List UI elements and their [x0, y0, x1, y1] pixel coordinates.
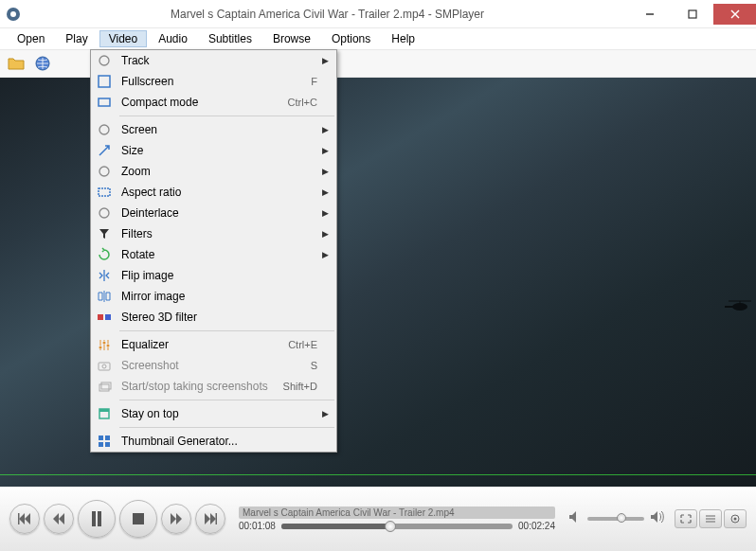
menu-item-deinterlace[interactable]: Deinterlace▶ [91, 203, 336, 223]
menu-open[interactable]: Open [8, 30, 54, 47]
menu-item-thumbnail-generator[interactable]: Thumbnail Generator... [91, 431, 336, 452]
filters-icon [95, 226, 114, 241]
volume-mute-icon[interactable] [568, 510, 582, 527]
forward-button[interactable] [161, 504, 191, 534]
svg-rect-33 [18, 513, 20, 524]
submenu-arrow-icon: ▶ [322, 167, 329, 176]
seek-handle[interactable] [385, 521, 396, 532]
svg-rect-36 [133, 513, 144, 524]
current-time: 00:01:08 [239, 521, 276, 531]
svg-rect-3 [689, 10, 696, 18]
svg-rect-12 [99, 76, 110, 87]
menubar: OpenPlayVideoAudioSubtitlesBrowseOptions… [0, 28, 756, 49]
maximize-button[interactable] [671, 4, 713, 25]
menu-item-label: Deinterlace [121, 206, 331, 220]
flip-icon [95, 268, 114, 283]
window-title: Marvel s Captain America Civil War - Tra… [27, 8, 628, 21]
screenshot-icon [95, 358, 114, 373]
menu-item-screenshot: ScreenshotS [91, 355, 336, 376]
menu-item-screen[interactable]: Screen▶ [91, 119, 336, 140]
menu-separator [119, 427, 334, 428]
menu-item-flip-image[interactable]: Flip image [91, 265, 336, 286]
deinterlace-icon [95, 205, 114, 221]
submenu-arrow-icon: ▶ [322, 409, 329, 418]
menu-separator [119, 400, 334, 400]
menu-item-size[interactable]: Size▶ [91, 140, 336, 161]
menu-item-label: Filters [121, 227, 331, 240]
previous-button[interactable] [9, 504, 40, 534]
svg-rect-18 [98, 314, 103, 320]
video-menu-dropdown: Track▶FullscreenFCompact modeCtrl+CScree… [90, 49, 337, 453]
pause-button[interactable] [78, 500, 116, 538]
menu-item-track[interactable]: Track▶ [91, 50, 336, 71]
menu-item-label: Size [121, 144, 331, 157]
menu-item-label: Aspect ratio [121, 186, 331, 199]
next-button[interactable] [195, 504, 225, 534]
menu-subtitles[interactable]: Subtitles [199, 30, 261, 47]
menu-options[interactable]: Options [322, 30, 380, 47]
volume-slider[interactable] [587, 517, 644, 521]
menu-item-label: Start/stop taking screenshots [121, 380, 283, 393]
menu-item-shortcut: S [311, 360, 331, 371]
svg-point-22 [107, 345, 110, 347]
submenu-arrow-icon: ▶ [322, 125, 329, 134]
seek-bar[interactable] [281, 524, 513, 529]
svg-rect-30 [105, 435, 110, 440]
now-playing-title: Marvel s Captain America Civil War - Tra… [239, 507, 555, 519]
svg-rect-19 [105, 314, 111, 320]
svg-point-21 [103, 342, 106, 345]
minimize-button[interactable] [628, 4, 671, 25]
menu-separator [119, 330, 334, 331]
menu-browse[interactable]: Browse [263, 30, 320, 47]
menu-item-rotate[interactable]: Rotate▶ [91, 244, 336, 265]
menu-item-stereo-3d-filter[interactable]: Stereo 3D filter [91, 307, 336, 328]
svg-rect-37 [216, 513, 218, 524]
submenu-arrow-icon: ▶ [322, 56, 329, 65]
app-icon [6, 7, 21, 22]
svg-rect-23 [99, 363, 110, 370]
svg-point-24 [102, 364, 106, 368]
svg-rect-13 [99, 98, 110, 106]
menu-item-zoom[interactable]: Zoom▶ [91, 161, 336, 182]
menu-video[interactable]: Video [99, 30, 147, 47]
menu-item-label: Flip image [121, 269, 331, 282]
menu-item-filters[interactable]: Filters▶ [91, 223, 336, 244]
menu-audio[interactable]: Audio [149, 30, 197, 47]
svg-point-42 [734, 518, 737, 521]
settings-small-button[interactable] [724, 509, 747, 528]
menu-item-start-stop-taking-screenshots: Start/stop taking screenshotsShift+D [91, 376, 336, 397]
menu-item-label: Screenshot [121, 359, 311, 372]
menu-help[interactable]: Help [382, 30, 424, 47]
volume-max-icon[interactable] [650, 510, 665, 527]
playlist-button[interactable] [699, 509, 722, 528]
open-url-icon[interactable] [32, 53, 53, 74]
stayontop-icon [95, 406, 114, 421]
svg-point-15 [99, 167, 109, 176]
extra-buttons [675, 509, 747, 528]
menu-item-shortcut: Shift+D [283, 381, 331, 392]
menu-item-compact-mode[interactable]: Compact modeCtrl+C [91, 92, 336, 113]
fullscreen-toggle-button[interactable] [675, 509, 697, 528]
menu-item-equalizer[interactable]: EqualizerCtrl+E [91, 334, 336, 355]
menu-play[interactable]: Play [56, 30, 97, 47]
menu-item-fullscreen[interactable]: FullscreenF [91, 71, 336, 92]
stop-button[interactable] [119, 500, 157, 538]
menu-item-mirror-image[interactable]: Mirror image [91, 286, 336, 307]
menu-item-label: Rotate [121, 248, 331, 261]
menu-item-aspect-ratio[interactable]: Aspect ratio▶ [91, 182, 336, 203]
submenu-arrow-icon: ▶ [322, 250, 329, 259]
volume-handle[interactable] [617, 513, 626, 523]
menu-item-label: Stay on top [121, 407, 331, 420]
menu-item-shortcut: F [311, 76, 331, 87]
aspect-icon [95, 185, 114, 200]
screenshots-icon [95, 379, 114, 394]
menu-item-label: Track [121, 54, 331, 67]
screen-icon [95, 122, 114, 137]
open-file-icon[interactable] [6, 53, 27, 74]
svg-rect-34 [92, 511, 96, 526]
mirror-icon [95, 289, 114, 304]
menu-item-stay-on-top[interactable]: Stay on top▶ [91, 403, 336, 424]
close-button[interactable] [713, 4, 756, 25]
rewind-button[interactable] [44, 504, 74, 534]
svg-point-1 [10, 11, 16, 17]
